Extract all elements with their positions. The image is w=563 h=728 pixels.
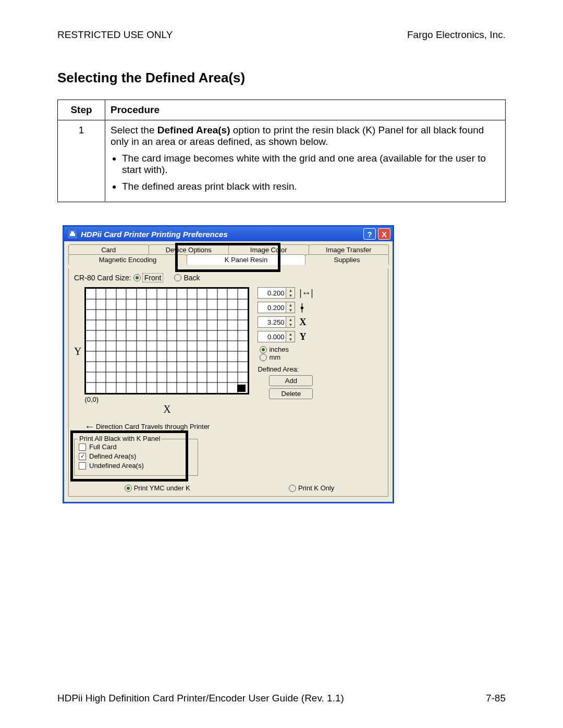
dialog-titlebar: HDPii Card Printer Printing Preferences …: [64, 227, 393, 241]
delete-button[interactable]: Delete: [269, 388, 313, 399]
tab-card[interactable]: Card: [68, 244, 149, 255]
close-button[interactable]: X: [378, 228, 390, 240]
add-button[interactable]: Add: [269, 375, 313, 386]
y-spinner[interactable]: ▲▼Y: [258, 331, 313, 342]
tab-magnetic-encoding[interactable]: Magnetic Encoding: [68, 254, 187, 265]
svg-rect-0: [70, 233, 75, 236]
x-spinner[interactable]: ▲▼X: [258, 316, 313, 328]
arrow-left-icon: ←: [84, 421, 95, 433]
defined-area-label: Defined Area:: [258, 365, 313, 373]
header-left: RESTRICTED USE ONLY: [57, 29, 173, 41]
bullet-1: The card image becomes white with the gr…: [122, 153, 500, 176]
radio-front[interactable]: [133, 274, 141, 281]
card-grid[interactable]: [84, 287, 249, 394]
help-button[interactable]: ?: [363, 228, 376, 240]
y-input[interactable]: [258, 331, 286, 342]
group-legend: Print All Black with K Panel: [78, 435, 162, 442]
page-title: Selecting the Defined Area(s): [57, 70, 506, 86]
tab-image-color[interactable]: Image Color: [228, 244, 309, 255]
x-axis-label: X: [84, 403, 249, 415]
bullet-2: The defined areas print black with resin…: [122, 181, 500, 192]
col-step: Step: [58, 100, 105, 120]
width-input[interactable]: [258, 287, 286, 299]
radio-back[interactable]: [174, 274, 181, 281]
tab-strip: Card Device Options Image Color Image Tr…: [68, 244, 388, 268]
step-number: 1: [58, 120, 105, 202]
card-size-row: CR-80 Card Size: Front Back: [74, 274, 383, 282]
tab-k-panel-resin[interactable]: K Panel Resin: [187, 254, 305, 265]
direction-label: Direction Card Travels through Printer: [96, 423, 210, 430]
radio-front-label: Front: [143, 274, 163, 282]
chk-full-card[interactable]: Full Card: [79, 443, 193, 451]
height-icon: ⍿: [299, 302, 305, 313]
label-print-ymc: Print YMC under K: [134, 484, 190, 492]
height-spinner[interactable]: ▲▼⍿: [258, 302, 313, 313]
radio-mm[interactable]: [260, 354, 267, 361]
x-input[interactable]: [258, 316, 286, 328]
card-size-label: CR-80 Card Size:: [74, 274, 131, 282]
y-sym: Y: [299, 331, 306, 342]
label-mm: mm: [269, 353, 280, 361]
label-print-k-only: Print K Only: [298, 484, 334, 492]
y-axis-label: Y: [74, 346, 81, 357]
origin-label: (0,0): [84, 396, 249, 403]
footer-left: HDPii High Definition Card Printer/Encod…: [57, 693, 344, 704]
preferences-dialog: HDPii Card Printer Printing Preferences …: [63, 225, 394, 503]
label-inches: inches: [269, 346, 289, 353]
tab-image-transfer[interactable]: Image Transfer: [309, 244, 389, 255]
radio-print-k-only[interactable]: [289, 485, 296, 492]
radio-print-ymc[interactable]: [125, 485, 132, 492]
chk-undefined-areas[interactable]: Undefined Area(s): [79, 462, 193, 470]
defined-area-marker[interactable]: [237, 385, 246, 392]
print-black-group: Print All Black with K Panel Full Card ✓…: [74, 439, 198, 476]
procedure-table: Step Procedure 1 Select the Defined Area…: [57, 100, 506, 202]
x-sym: X: [299, 317, 306, 328]
printer-icon: [67, 229, 78, 239]
tab-device-options[interactable]: Device Options: [149, 244, 229, 255]
width-icon: |↔|: [299, 288, 313, 299]
height-input[interactable]: [258, 302, 286, 313]
footer-right: 7-85: [486, 693, 506, 704]
chk-defined-areas[interactable]: ✓Defined Area(s): [79, 452, 193, 460]
col-procedure: Procedure: [105, 100, 506, 120]
radio-inches[interactable]: [260, 346, 267, 353]
step-text: Select the Defined Area(s) option to pri…: [105, 120, 506, 202]
dialog-title: HDPii Card Printer Printing Preferences: [81, 230, 361, 239]
svg-rect-1: [71, 231, 74, 233]
radio-back-label: Back: [183, 274, 200, 282]
header-right: Fargo Electronics, Inc.: [407, 29, 506, 41]
tab-supplies[interactable]: Supplies: [305, 254, 389, 265]
width-spinner[interactable]: ▲▼|↔|: [258, 287, 313, 299]
